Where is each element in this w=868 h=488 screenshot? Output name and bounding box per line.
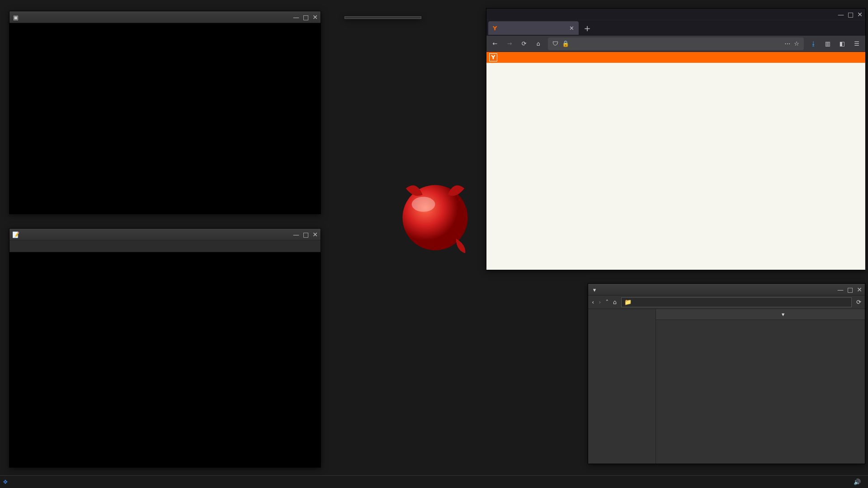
file-manager-titlebar[interactable]: ▾ — □ ✕: [588, 284, 865, 296]
library-icon[interactable]: ▥: [823, 40, 833, 47]
maximize-button[interactable]: □: [848, 11, 854, 18]
minimize-button[interactable]: —: [293, 14, 299, 21]
freebsd-logo: [393, 172, 477, 255]
more-icon[interactable]: ⋯: [784, 40, 790, 47]
file-column-headers[interactable]: ▾: [656, 309, 865, 320]
nav-home-button[interactable]: ⌂: [613, 299, 617, 305]
file-manager-toolbar: ‹ › ˄ ⌂ 📁 ⟳: [588, 296, 865, 309]
close-button[interactable]: ✕: [312, 231, 318, 238]
menu-button[interactable]: ☰: [852, 40, 862, 47]
close-button[interactable]: ✕: [857, 11, 863, 18]
hn-header: Y: [486, 52, 865, 63]
firefox-titlebar[interactable]: — □ ✕: [486, 9, 865, 20]
terminal-body[interactable]: [9, 23, 321, 214]
shield-icon: 🛡: [552, 40, 558, 47]
nav-forward-button[interactable]: ›: [599, 299, 601, 305]
maximize-button[interactable]: □: [847, 286, 853, 293]
maximize-button[interactable]: □: [303, 231, 309, 238]
back-button[interactable]: ←: [490, 40, 500, 47]
firefox-window: — □ ✕ Y ✕ + ← → ⟳ ⌂ 🛡 🔒 ⋯ ☆ ⭳ ▥ ◧ ☰ Y: [486, 8, 866, 270]
firefox-tabbar: Y ✕ +: [486, 20, 865, 36]
sidebar-icon[interactable]: ◧: [837, 40, 847, 47]
lock-icon: 🔒: [562, 40, 569, 47]
volume-icon[interactable]: 🔊: [854, 479, 861, 485]
system-tray: 🔊: [849, 479, 865, 485]
nav-up-button[interactable]: ˄: [605, 299, 609, 305]
firefox-page: Y: [486, 52, 865, 270]
forward-button[interactable]: →: [505, 40, 514, 47]
url-bar[interactable]: 🛡 🔒 ⋯ ☆: [548, 38, 804, 50]
downloads-icon[interactable]: ⭳: [808, 40, 818, 47]
reload-button[interactable]: ⟳: [856, 299, 861, 305]
reload-button[interactable]: ⟳: [519, 40, 529, 47]
firefox-navbar: ← → ⟳ ⌂ 🛡 🔒 ⋯ ☆ ⭳ ▥ ◧ ☰: [486, 36, 865, 52]
tab-close-icon[interactable]: ✕: [569, 25, 574, 32]
applications-menu-button[interactable]: ❖: [3, 479, 8, 485]
svg-point-1: [412, 197, 435, 212]
minimize-button[interactable]: —: [837, 286, 844, 293]
browser-tab[interactable]: Y ✕: [488, 21, 579, 35]
applications-menu: [344, 16, 421, 19]
hn-favicon: Y: [493, 25, 497, 32]
nav-back-button[interactable]: ‹: [592, 299, 594, 305]
new-tab-button[interactable]: +: [580, 23, 594, 33]
mousepad-icon: 📝: [12, 231, 19, 238]
minimize-button[interactable]: —: [293, 231, 299, 238]
path-bar[interactable]: 📁: [621, 297, 852, 307]
close-button[interactable]: ✕: [857, 286, 862, 293]
home-button[interactable]: ⌂: [533, 40, 543, 47]
terminal-titlebar[interactable]: ▣ — □ ✕: [9, 11, 321, 23]
terminal-window: ▣ — □ ✕: [9, 11, 321, 214]
mousepad-window: 📝 — □ ✕: [9, 228, 321, 468]
folder-icon: 📁: [624, 299, 632, 305]
minimize-button[interactable]: —: [838, 11, 844, 18]
mousepad-titlebar[interactable]: 📝 — □ ✕: [9, 229, 321, 240]
hn-story-list: [486, 63, 865, 68]
taskbar: ❖ 🔊: [0, 475, 868, 488]
menu-icon[interactable]: ▾: [591, 286, 598, 293]
mousepad-menubar: [9, 240, 321, 252]
close-button[interactable]: ✕: [312, 14, 318, 21]
maximize-button[interactable]: □: [303, 14, 309, 21]
mousepad-body[interactable]: [9, 252, 321, 467]
file-manager-sidebar: [588, 309, 656, 464]
file-manager-main: ▾: [656, 309, 865, 464]
file-manager-window: ▾ — □ ✕ ‹ › ˄ ⌂ 📁 ⟳ ▾: [588, 283, 865, 464]
col-type[interactable]: ▾: [779, 311, 811, 318]
terminal-icon: ▣: [12, 14, 19, 21]
bookmark-icon[interactable]: ☆: [794, 40, 799, 47]
hn-logo[interactable]: Y: [489, 53, 497, 61]
